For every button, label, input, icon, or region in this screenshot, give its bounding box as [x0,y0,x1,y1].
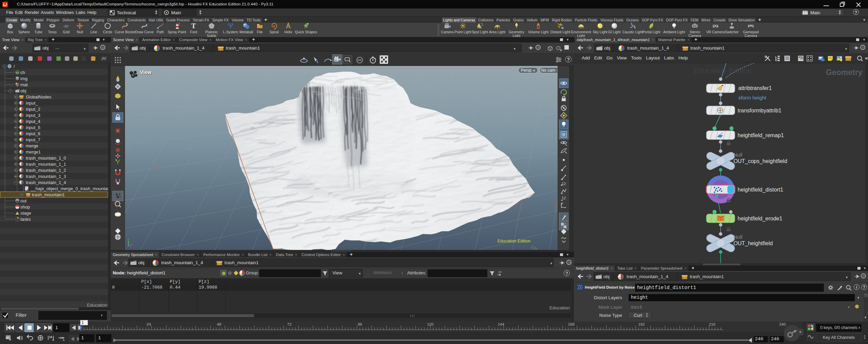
svg-text:3D: 3D [334,59,337,61]
svg-text:100: 100 [185,145,193,152]
svg-text:W: W [16,71,19,74]
svg-text:y: y [128,238,129,241]
svg-text:125: 125 [530,244,539,250]
svg-text:12: 12 [562,196,566,200]
svg-text:-100: -100 [553,201,558,210]
svg-text:T: T [191,22,196,30]
svg-text:150: 150 [153,166,161,172]
